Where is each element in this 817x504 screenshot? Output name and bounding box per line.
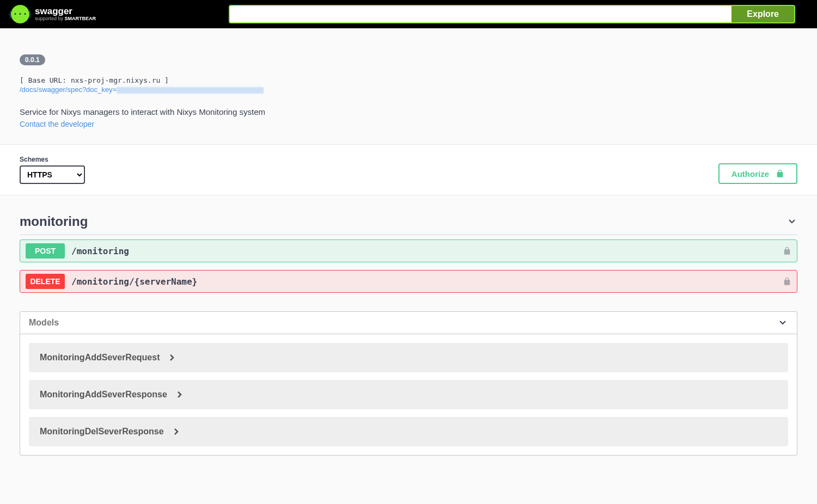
explore-button[interactable]: Explore [731, 5, 795, 23]
spec-url-input[interactable] [229, 5, 731, 23]
chevron-right-icon [177, 391, 182, 398]
model-name: MonitoringAddSeverRequest [40, 353, 160, 362]
operation-path: /monitoring/{serverName} [71, 276, 783, 287]
logo-subtitle: supported by SMARTBEAR [35, 16, 96, 22]
authorize-button[interactable]: Authorize [718, 163, 797, 184]
schemes-select[interactable]: HTTPS [20, 165, 85, 184]
authorize-label: Authorize [731, 169, 769, 179]
operation-post-monitoring[interactable]: POST /monitoring [20, 239, 797, 262]
chevron-down-icon [777, 317, 788, 328]
swagger-logo-icon: {···} [11, 5, 29, 23]
models-header[interactable]: Models [20, 311, 797, 334]
chevron-down-icon [786, 216, 797, 227]
model-item[interactable]: MonitoringDelSeverResponse [29, 417, 788, 446]
chevron-right-icon [169, 354, 175, 361]
schemes-control: Schemes HTTPS [20, 156, 85, 184]
model-name: MonitoringDelSeverResponse [40, 427, 164, 437]
method-badge: POST [26, 243, 65, 259]
models-body: MonitoringAddSeverRequest MonitoringAddS… [20, 334, 797, 456]
schemes-bar: Schemes HTTPS Authorize [0, 145, 817, 195]
tag-monitoring[interactable]: monitoring [20, 206, 797, 235]
swagger-logo[interactable]: {···} swagger supported by SMARTBEAR [11, 5, 96, 23]
operations-container: monitoring POST /monitoring DELETE /moni… [0, 195, 817, 477]
lock-icon [776, 169, 784, 179]
lock-icon [783, 246, 791, 256]
spec-link[interactable]: /docs/swagger/spec?doc_key= [20, 85, 264, 94]
explore-form: Explore [229, 5, 795, 23]
model-name: MonitoringAddSeverResponse [40, 390, 167, 399]
schemes-label: Schemes [20, 156, 85, 163]
topbar: {···} swagger supported by SMARTBEAR Exp… [0, 0, 817, 28]
model-item[interactable]: MonitoringAddSeverRequest [29, 343, 788, 372]
contact-developer-link[interactable]: Contact the developer [20, 120, 94, 128]
models-title: Models [29, 318, 59, 328]
redacted-key [117, 87, 264, 94]
api-description: Service for Nixys managers to interact w… [20, 107, 797, 116]
operation-delete-monitoring[interactable]: DELETE /monitoring/{serverName} [20, 270, 797, 293]
base-url: [ Base URL: nxs-proj-mgr.nixys.ru ] [20, 76, 797, 84]
lock-icon [783, 276, 791, 286]
model-item[interactable]: MonitoringAddSeverResponse [29, 380, 788, 409]
logo-title: swagger [35, 7, 96, 17]
tag-title: monitoring [20, 214, 88, 229]
chevron-right-icon [174, 428, 179, 435]
swagger-logo-text: swagger supported by SMARTBEAR [35, 7, 96, 22]
operation-path: /monitoring [71, 246, 783, 256]
method-badge: DELETE [26, 274, 65, 289]
version-badge: 0.0.1 [20, 54, 45, 65]
api-info: 0.0.1 [ Base URL: nxs-proj-mgr.nixys.ru … [0, 28, 817, 145]
